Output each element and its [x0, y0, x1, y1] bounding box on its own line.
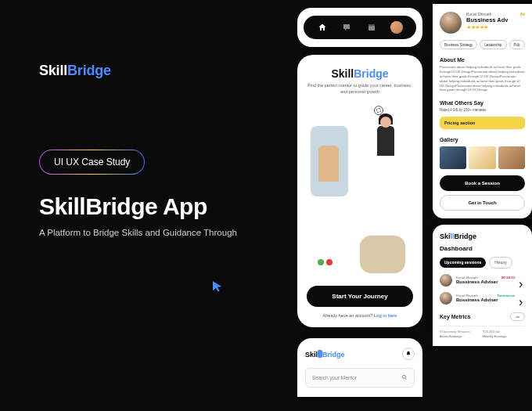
skill-chips: Business Strategy Leadership Pub — [440, 40, 525, 49]
gallery-heading: Gallery — [440, 137, 525, 142]
phone-onboard-mock: SkillBridge Find the perfect mentor to g… — [297, 55, 422, 327]
search-icon — [401, 374, 408, 381]
onboard-illustration — [307, 103, 413, 281]
get-in-touch-button[interactable]: Get in Touch — [440, 195, 525, 211]
nav-avatar[interactable] — [390, 21, 403, 34]
case-study-pill: UI UX Case Study — [39, 150, 145, 175]
session-role: Bussiness Adviser — [456, 279, 515, 284]
chip[interactable]: Business Strategy — [440, 40, 477, 49]
session-avatar — [440, 274, 452, 287]
others-heading: What Others Say — [440, 100, 525, 106]
cursor-icon — [211, 280, 224, 293]
about-heading: About Me — [440, 57, 525, 63]
search-brand: SkilBridge — [305, 350, 345, 359]
svg-rect-1 — [368, 25, 375, 27]
onboard-tagline: Find the perfect mentor to guide your ca… — [307, 83, 413, 95]
dashboard-card: SkillBridge Dashboard Upcoming sessions … — [433, 225, 532, 346]
gallery-thumb[interactable] — [469, 146, 495, 169]
login-row: Already have an account? Log in here — [323, 313, 397, 318]
session-time: Tommorow — [497, 294, 515, 297]
gallery-thumb[interactable] — [440, 146, 466, 169]
session-row[interactable]: Kunal Shirsath Tommorow Bussiness Advise… — [440, 292, 525, 305]
about-text: Passionate about helping individuals ach… — [440, 65, 525, 92]
hero-section: SkillBridge UI UX Case Study SkillBridge… — [39, 63, 289, 237]
session-countdown: 00:14:13 — [501, 276, 515, 279]
metric-earn-value: ₹20,000 Jan — [483, 330, 526, 333]
chip[interactable]: Pub — [509, 40, 525, 49]
phone-nav-mock — [297, 8, 422, 47]
rating-summary: Rated 4.9/5 by 150+ mentees. — [440, 108, 525, 112]
dash-brand: SkillBridge — [440, 233, 525, 240]
tab-history[interactable]: History — [489, 257, 512, 269]
chat-icon[interactable] — [341, 22, 352, 33]
metric-active-label: Active Bookings — [440, 334, 483, 338]
hero-title: SkillBridge App — [39, 193, 289, 220]
chip[interactable]: Leadership — [480, 40, 506, 49]
brand-logo: SkillBridge — [39, 63, 289, 79]
login-link[interactable]: Log in here — [374, 313, 397, 318]
start-journey-button[interactable]: Start Your Journey — [307, 286, 413, 307]
dashboard-title: Dashboard — [440, 245, 525, 252]
book-session-button[interactable]: Book a Session — [440, 175, 525, 191]
session-role: Bussiness Adviser — [456, 297, 515, 302]
svg-point-2 — [402, 375, 405, 378]
tab-upcoming[interactable]: Upcoming sessions — [440, 258, 486, 268]
availability-badge: Av — [520, 12, 525, 16]
pricing-section[interactable]: Pricing section — [440, 117, 525, 129]
search-input[interactable]: Search your Mentor — [305, 368, 415, 388]
hero-subtitle: A Platform to Bridge Skills and Guidance… — [39, 228, 289, 237]
home-icon[interactable] — [317, 22, 328, 33]
metrics-heading: Key Metrics — [440, 314, 470, 319]
gallery-row — [440, 146, 525, 169]
brand-skill: Skill — [39, 63, 67, 78]
profile-card: Kunal Shirsath Av Bussiness Adv ★★★★★ Bu… — [433, 4, 532, 218]
session-row[interactable]: Kunal Shirsath 00:14:13 Bussiness Advise… — [440, 274, 525, 287]
calendar-icon[interactable] — [366, 22, 377, 33]
chevron-right-icon: › — [519, 277, 525, 283]
chevron-right-icon: › — [519, 295, 525, 301]
notifications-button[interactable] — [402, 348, 415, 360]
brand-bridge: Bridge — [67, 63, 111, 78]
onboard-brand: SkillBridge — [331, 67, 388, 80]
session-avatar — [440, 292, 452, 305]
metric-upcoming: 3 Upcoming Sessions — [440, 330, 483, 333]
metric-earn-label: Monthly Earnings — [483, 334, 526, 338]
mentor-role: Bussiness Adv — [466, 16, 525, 23]
gallery-thumb[interactable] — [498, 146, 525, 169]
phone-search-mock: SkilBridge Search your Mentor — [297, 338, 422, 397]
svg-line-3 — [405, 378, 407, 380]
search-placeholder: Search your Mentor — [312, 375, 357, 380]
bottom-nav — [304, 16, 416, 39]
view-toggle[interactable]: vie — [510, 312, 525, 321]
rating-stars: ★★★★★ — [466, 24, 525, 31]
mentor-avatar — [440, 12, 462, 34]
